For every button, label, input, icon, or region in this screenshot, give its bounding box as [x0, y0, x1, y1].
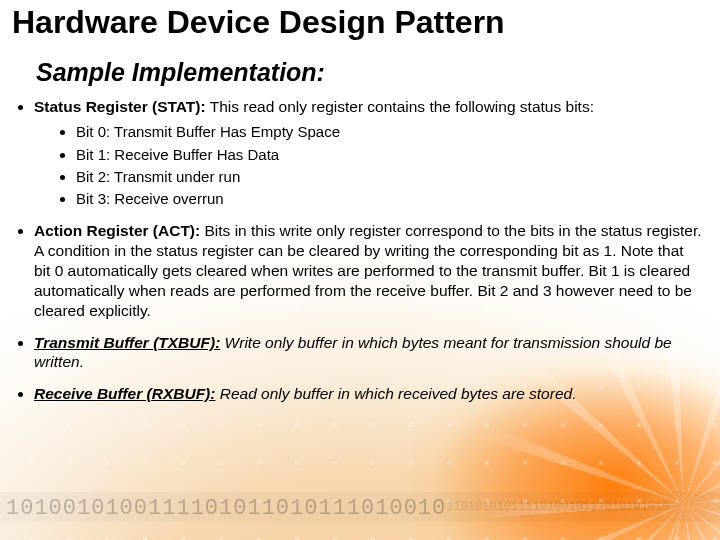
- slide-content: Hardware Device Design Pattern Sample Im…: [0, 0, 720, 540]
- section-act-lead: Action Register (ACT):: [34, 222, 200, 239]
- slide-title: Hardware Device Design Pattern: [0, 0, 720, 44]
- stat-bits-list: Bit 0: Transmit Buffer Has Empty Space B…: [34, 122, 702, 209]
- section-rxbuf-lead: Receive Buffer (RXBUF):: [34, 385, 215, 402]
- stat-bit-2: Bit 2: Transmit under run: [76, 167, 702, 187]
- register-list: Status Register (STAT): This read only r…: [0, 97, 702, 404]
- stat-bit-0: Bit 0: Transmit Buffer Has Empty Space: [76, 122, 702, 142]
- section-stat-body: This read only register contains the fol…: [206, 98, 594, 115]
- stat-bit-3: Bit 3: Receive overrun: [76, 189, 702, 209]
- section-act: Action Register (ACT): Bits in this writ…: [34, 221, 702, 320]
- section-rxbuf: Receive Buffer (RXBUF): Read only buffer…: [34, 384, 702, 404]
- section-stat-lead: Status Register (STAT):: [34, 98, 206, 115]
- section-rxbuf-body: Read only buffer in which received bytes…: [215, 385, 576, 402]
- section-txbuf-lead: Transmit Buffer (TXBUF):: [34, 334, 220, 351]
- section-stat: Status Register (STAT): This read only r…: [34, 97, 702, 210]
- stat-bit-1: Bit 1: Receive Buffer Has Data: [76, 145, 702, 165]
- slide-subtitle: Sample Implementation:: [0, 44, 720, 97]
- section-txbuf: Transmit Buffer (TXBUF): Write only buff…: [34, 333, 702, 373]
